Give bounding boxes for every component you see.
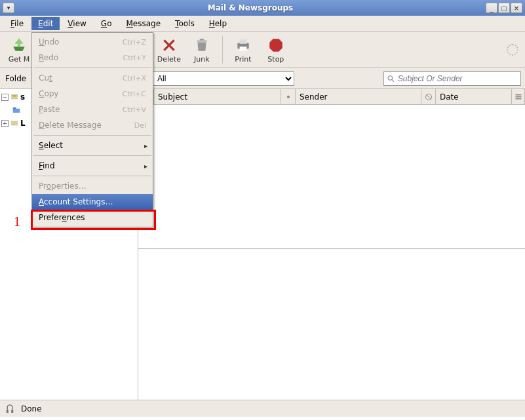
menu-message[interactable]: Message — [119, 17, 167, 30]
account-name: L — [20, 119, 26, 128]
menu-select[interactable]: Select▸ — [32, 138, 153, 153]
menu-cut[interactable]: CutCtrl+X — [32, 70, 153, 86]
menu-separator — [33, 135, 151, 136]
menu-separator — [33, 176, 151, 176]
date-column[interactable]: Date — [436, 89, 512, 104]
svg-rect-20 — [515, 98, 521, 100]
subject-column[interactable]: Subject — [154, 89, 281, 104]
menu-preferences[interactable]: Preferences — [32, 210, 153, 225]
mail-account-icon — [10, 92, 19, 102]
dot-icon — [285, 94, 292, 100]
minimize-icon: _ — [490, 5, 494, 12]
search-box[interactable] — [383, 71, 521, 86]
system-menu-button[interactable]: ▾ — [3, 3, 14, 13]
get-mail-icon — [10, 37, 28, 54]
window-titlebar: ▾ Mail & Newsgroups _ ▢ × — [0, 0, 525, 16]
menu-paste[interactable]: PasteCtrl+V — [32, 102, 153, 117]
menu-go[interactable]: Go — [94, 17, 119, 30]
get-messages-button[interactable]: Get M — [4, 33, 34, 66]
delete-icon — [161, 37, 178, 54]
svg-rect-18 — [515, 94, 521, 96]
svg-rect-0 — [197, 40, 206, 42]
search-icon — [387, 74, 395, 83]
menu-properties[interactable]: Properties… — [32, 178, 153, 194]
status-text: Done — [21, 404, 42, 413]
view-filter-select[interactable]: All — [151, 71, 294, 86]
column-picker-icon — [515, 93, 522, 101]
delete-button[interactable]: Delete — [154, 33, 184, 66]
menubar: FFileile Edit View Go Message Tools Help — [0, 16, 525, 32]
account-name: s — [20, 92, 25, 102]
submenu-arrow-icon: ▸ — [144, 142, 147, 149]
print-icon — [235, 37, 252, 54]
junk-label: Junk — [194, 55, 210, 64]
annotation-number: 1 — [14, 214, 20, 229]
svg-point-6 — [388, 75, 392, 79]
collapse-icon[interactable]: − — [1, 94, 9, 101]
svg-rect-9 — [13, 109, 20, 113]
chevron-down-icon: ▾ — [7, 5, 10, 11]
svg-rect-4 — [239, 47, 246, 51]
toolbar-separator — [222, 36, 223, 64]
junk-column[interactable] — [421, 89, 436, 104]
menu-tools[interactable]: Tools — [168, 17, 201, 30]
menu-separator — [33, 67, 151, 68]
menu-delete-message[interactable]: Delete MessageDel — [32, 117, 153, 133]
folder-icon — [12, 105, 21, 115]
menu-view[interactable]: View — [61, 17, 92, 30]
svg-rect-1 — [200, 39, 204, 40]
menu-undo[interactable]: UndoCtrl+Z — [32, 34, 153, 50]
offline-icon[interactable] — [4, 403, 16, 415]
maximize-button[interactable]: ▢ — [498, 3, 510, 13]
column-picker[interactable] — [512, 89, 525, 104]
menu-edit[interactable]: Edit — [31, 17, 60, 30]
message-column-headers: Subject Sender Date — [138, 89, 525, 105]
activity-throbber-icon — [507, 44, 518, 56]
menu-separator — [33, 155, 151, 156]
submenu-arrow-icon: ▸ — [144, 162, 147, 170]
svg-marker-5 — [269, 39, 282, 52]
close-button[interactable]: × — [511, 3, 522, 13]
window-title: Mail & Newsgroups — [15, 3, 486, 12]
stop-label: Stop — [267, 55, 284, 64]
local-folders-icon — [10, 119, 19, 128]
menu-copy[interactable]: CopyCtrl+C — [32, 86, 153, 102]
print-button[interactable]: Print — [228, 33, 258, 66]
svg-line-17 — [426, 94, 431, 99]
sender-column[interactable]: Sender — [296, 89, 421, 104]
stop-button[interactable]: Stop — [261, 33, 291, 66]
svg-rect-19 — [515, 96, 521, 98]
menu-find[interactable]: Find▸ — [32, 158, 153, 174]
message-list-pane[interactable] — [138, 105, 525, 249]
minimize-button[interactable]: _ — [486, 3, 497, 13]
search-input[interactable] — [398, 74, 518, 83]
read-column[interactable] — [281, 89, 296, 104]
message-preview-pane — [138, 249, 525, 400]
junk-status-icon — [425, 93, 433, 101]
menu-redo[interactable]: RedoCtrl+Y — [32, 50, 153, 66]
menu-help[interactable]: Help — [203, 17, 233, 30]
menu-account-settings[interactable]: Account Settings… — [32, 194, 153, 210]
junk-icon — [193, 37, 210, 54]
svg-rect-11 — [11, 121, 18, 126]
delete-label: Delete — [157, 55, 181, 64]
junk-button[interactable]: Junk — [187, 33, 217, 66]
svg-line-7 — [392, 79, 394, 81]
print-label: Print — [235, 55, 251, 64]
menu-file[interactable]: FFileile — [4, 17, 30, 30]
maximize-icon: ▢ — [501, 5, 507, 12]
get-messages-label: Get M — [9, 55, 30, 64]
svg-point-15 — [286, 95, 289, 98]
folders-header-label: Folde — [4, 74, 35, 83]
expand-icon[interactable]: + — [1, 120, 9, 127]
svg-rect-10 — [13, 107, 16, 109]
svg-rect-3 — [239, 39, 246, 44]
status-bar: Done — [0, 400, 525, 417]
close-icon: × — [514, 5, 519, 12]
stop-icon — [267, 37, 284, 54]
edit-menu-dropdown: UndoCtrl+Z RedoCtrl+Y CutCtrl+X CopyCtrl… — [31, 32, 153, 227]
